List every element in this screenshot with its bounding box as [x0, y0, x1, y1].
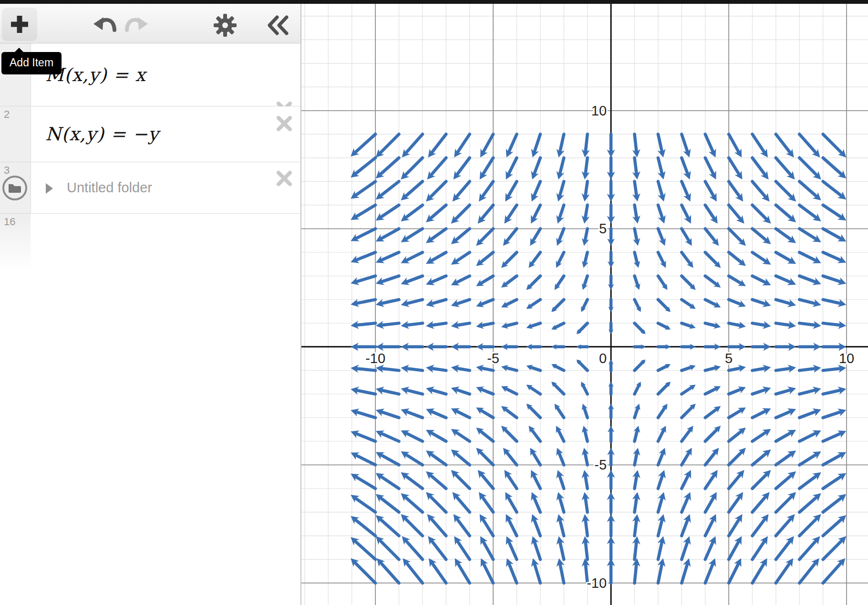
folder-icon	[2, 176, 27, 200]
svg-text:5: 5	[725, 351, 733, 366]
row-number: 2	[4, 108, 10, 121]
plus-icon	[9, 13, 31, 35]
graph-paper[interactable]: -10-50510105-5-10	[301, 4, 868, 605]
folder-expand-arrow-icon[interactable]	[45, 183, 53, 194]
svg-text:-10: -10	[587, 575, 607, 591]
window-top-edge	[0, 0, 868, 4]
expression-gutter: 3	[0, 162, 31, 213]
row-number: 3	[4, 164, 10, 177]
expression-row-empty[interactable]: 16	[0, 214, 300, 271]
close-x-icon	[276, 126, 293, 134]
collapse-chevrons-icon	[266, 15, 290, 36]
expression-text[interactable]: N(x,y) = −y	[45, 106, 159, 162]
settings-button[interactable]	[213, 14, 238, 36]
undo-icon	[93, 16, 117, 34]
folder-row[interactable]: 3 Untitled folder	[0, 162, 300, 214]
tooltip-caret	[14, 48, 24, 52]
remove-expression-button[interactable]	[276, 115, 293, 132]
svg-text:-5: -5	[594, 457, 607, 472]
vector-field-svg[interactable]: -10-50510105-5-10	[301, 4, 868, 605]
svg-text:5: 5	[599, 221, 607, 236]
gear-icon	[213, 13, 237, 37]
row-number: 16	[4, 216, 15, 228]
svg-text:-5: -5	[487, 351, 499, 366]
undo-button[interactable]	[92, 14, 118, 35]
close-x-icon	[276, 181, 293, 188]
expression-row-2[interactable]: 2 N(x,y) = −y	[0, 106, 300, 162]
remove-folder-button[interactable]	[276, 170, 293, 187]
vector-field-arrows	[351, 134, 846, 583]
sidebar-toolbar	[0, 4, 300, 43]
svg-text:10: 10	[591, 103, 607, 118]
folder-name[interactable]: Untitled folder	[67, 162, 152, 213]
redo-icon	[124, 16, 149, 34]
svg-text:10: 10	[839, 351, 854, 366]
expression-sidebar: Add Item M(x,y) = x 2	[0, 4, 301, 605]
tooltip-label: Add Item	[10, 56, 53, 69]
add-item-button[interactable]	[2, 8, 37, 41]
expression-gutter: 2	[0, 106, 31, 162]
add-item-tooltip: Add Item	[1, 52, 62, 74]
svg-text:-10: -10	[365, 351, 385, 366]
redo-button[interactable]	[123, 14, 150, 35]
collapse-sidebar-button[interactable]	[265, 14, 291, 36]
svg-text:0: 0	[599, 351, 607, 366]
expression-gutter: 16	[0, 214, 31, 271]
desmos-app: { "toolbar": { "add_tooltip": "Add Item"…	[0, 0, 868, 605]
